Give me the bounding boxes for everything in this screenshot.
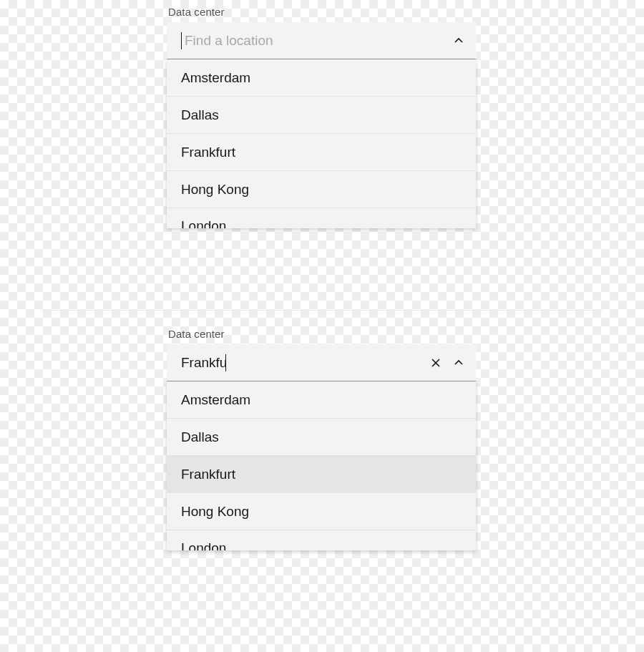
option-label: Amsterdam [181, 70, 250, 86]
combobox-option[interactable]: Dallas [167, 97, 476, 134]
combobox-input[interactable]: Find a location [185, 33, 452, 49]
option-label: Hong Kong [181, 182, 249, 198]
combobox-option[interactable]: Hong Kong [167, 171, 476, 208]
option-label: Dallas [181, 107, 219, 123]
combobox-option[interactable]: Amsterdam [167, 59, 476, 97]
combobox-field[interactable]: Frankfu [167, 344, 476, 381]
combobox: Data center Frankfu [167, 328, 476, 550]
field-actions [452, 34, 466, 48]
combobox-option[interactable]: London [167, 530, 476, 550]
example-top: Data center Find a location Amsterdam Da… [0, 0, 644, 311]
chevron-up-icon[interactable] [452, 34, 466, 48]
chevron-up-icon[interactable] [452, 356, 466, 370]
option-label: London [181, 218, 226, 228]
combobox-option[interactable]: Amsterdam [167, 381, 476, 419]
canvas: Data center Find a location Amsterdam Da… [0, 0, 644, 652]
combobox-label: Data center [168, 6, 476, 18]
combobox-option[interactable]: Hong Kong [167, 493, 476, 530]
example-bottom: Data center Frankfu [0, 311, 644, 652]
field-actions [429, 356, 466, 370]
option-label: Frankfurt [181, 145, 235, 160]
text-caret [181, 32, 182, 49]
option-label: Frankfurt [181, 467, 235, 482]
combobox-label: Data center [168, 328, 476, 340]
combobox: Data center Find a location Amsterdam Da… [167, 6, 476, 228]
combobox-input[interactable]: Frankfu [181, 355, 227, 371]
combobox-field[interactable]: Find a location [167, 22, 476, 59]
combobox-option[interactable]: Dallas [167, 419, 476, 456]
combobox-menu[interactable]: Amsterdam Dallas Frankfurt Hong Kong Lon… [167, 381, 476, 550]
close-icon[interactable] [429, 356, 443, 370]
option-label: Hong Kong [181, 504, 249, 520]
option-label: Dallas [181, 429, 219, 445]
option-label: Amsterdam [181, 392, 250, 408]
text-caret [225, 354, 226, 371]
combobox-option[interactable]: Frankfurt [167, 456, 476, 493]
combobox-option[interactable]: London [167, 208, 476, 228]
combobox-option[interactable]: Frankfurt [167, 134, 476, 171]
option-label: London [181, 540, 226, 550]
combobox-menu[interactable]: Amsterdam Dallas Frankfurt Hong Kong Lon… [167, 59, 476, 228]
